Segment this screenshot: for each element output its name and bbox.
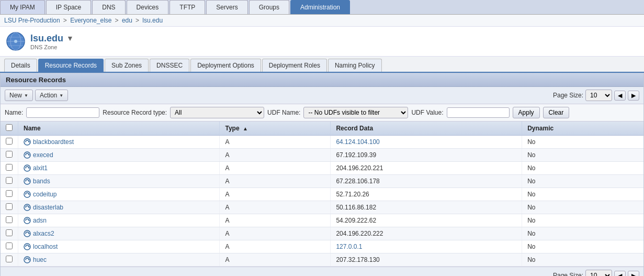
row-checkbox-cell — [1, 136, 18, 149]
filter-udf-value-input[interactable] — [447, 107, 510, 118]
row-checkbox[interactable] — [6, 242, 13, 249]
nav-devices[interactable]: Devices — [127, 0, 169, 14]
breadcrumb-everyone-else[interactable]: Everyone_else — [70, 17, 111, 24]
table-row: execedA67.192.109.39No — [1, 149, 643, 162]
new-button[interactable]: New ▼ — [5, 90, 33, 101]
nav-tftp[interactable]: TFTP — [170, 0, 205, 14]
tab-deployment-options[interactable]: Deployment Options — [190, 59, 261, 72]
row-checkbox[interactable] — [6, 138, 13, 145]
bottom-page-size-label: Page Size: — [553, 272, 583, 276]
row-checkbox-cell — [1, 227, 18, 240]
tab-details[interactable]: Details — [4, 59, 37, 72]
row-record-data-cell: 207.32.178.130 — [331, 253, 522, 267]
row-checkbox[interactable] — [6, 177, 13, 184]
filter-udf-name-select[interactable]: -- No UDFs visible to filter — [303, 107, 408, 118]
select-all-checkbox[interactable] — [6, 124, 13, 131]
row-dynamic-cell: No — [522, 175, 643, 188]
row-name-link[interactable]: blackboardtest — [33, 138, 74, 146]
row-checkbox[interactable] — [6, 164, 13, 171]
bottom-next-page-button[interactable]: ▶ — [628, 271, 639, 277]
row-name-link[interactable]: huec — [33, 256, 47, 263]
row-name-link[interactable]: codeitup — [33, 191, 57, 198]
records-table: Name Type ▲ Record Data Dynamic blackboa… — [1, 122, 643, 267]
bottom-page-size-select[interactable]: 10 25 50 100 — [585, 270, 612, 276]
toolbar-right: Page Size: 10 25 50 100 ◀ ▶ — [553, 90, 639, 101]
row-checkbox[interactable] — [6, 256, 13, 262]
row-name-link[interactable]: localhost — [33, 243, 58, 250]
filter-record-type-select[interactable]: All A AAAA CNAME MX NS PTR SOA SRV TXT — [170, 107, 264, 118]
nav-servers[interactable]: Servers — [206, 0, 247, 14]
bottom-prev-page-button[interactable]: ◀ — [614, 271, 626, 277]
breadcrumb-edu[interactable]: edu — [122, 17, 132, 24]
table-row: huecA207.32.178.130No — [1, 253, 643, 267]
row-name-cell: codeitup — [18, 188, 220, 201]
row-checkbox-cell — [1, 188, 18, 201]
row-record-data-cell: 54.209.222.62 — [331, 214, 522, 227]
tab-deployment-roles[interactable]: Deployment Roles — [262, 59, 327, 72]
col-dynamic[interactable]: Dynamic — [522, 122, 643, 136]
record-refresh-icon — [24, 138, 31, 146]
row-name-cell: huec — [18, 253, 220, 267]
page-size-label: Page Size: — [553, 92, 583, 99]
row-name-link[interactable]: bands — [33, 178, 50, 185]
zone-header: lsu.edu ▼ DNS Zone — [0, 27, 644, 57]
row-type-cell: A — [220, 227, 331, 240]
row-ip-link[interactable]: 64.124.104.100 — [336, 138, 379, 146]
row-checkbox-cell — [1, 201, 18, 214]
next-page-button[interactable]: ▶ — [628, 91, 639, 101]
breadcrumb: LSU Pre-Production > Everyone_else > edu… — [0, 15, 644, 27]
row-name-cell: adsn — [18, 214, 220, 227]
toolbar: New ▼ Action ▼ Page Size: 10 25 50 100 ◀… — [1, 87, 643, 104]
table-row: blackboardtestA64.124.104.100No — [1, 136, 643, 149]
filter-name-label: Name: — [5, 109, 23, 116]
page-size-select[interactable]: 10 25 50 100 — [585, 90, 612, 101]
row-checkbox-cell — [1, 162, 18, 175]
nav-my-ipam[interactable]: My IPAM — [0, 0, 45, 14]
apply-filter-button[interactable]: Apply — [513, 107, 540, 118]
nav-dns[interactable]: DNS — [92, 0, 125, 14]
nav-administration[interactable]: Administration — [290, 0, 350, 14]
row-dynamic-cell: No — [522, 214, 643, 227]
table-row: disasterlabA50.116.86.182No — [1, 201, 643, 214]
row-name-link[interactable]: alxit1 — [33, 164, 48, 172]
table-row: bandsA67.228.106.178No — [1, 175, 643, 188]
row-checkbox[interactable] — [6, 151, 13, 158]
row-checkbox[interactable] — [6, 216, 13, 223]
record-refresh-icon — [24, 204, 31, 211]
col-type[interactable]: Type ▲ — [220, 122, 331, 136]
table-row: codeitupA52.71.20.26No — [1, 188, 643, 201]
breadcrumb-lsu-edu[interactable]: lsu.edu — [142, 17, 163, 24]
zone-info: lsu.edu ▼ DNS Zone — [30, 33, 74, 50]
row-dynamic-cell: No — [522, 227, 643, 240]
col-checkbox — [1, 122, 18, 136]
row-name-link[interactable]: alxacs2 — [33, 230, 54, 237]
row-name-cell: execed — [18, 149, 220, 162]
col-record-data[interactable]: Record Data — [331, 122, 522, 136]
action-button[interactable]: Action ▼ — [35, 90, 68, 101]
row-checkbox[interactable] — [6, 190, 13, 197]
zone-chevron-icon[interactable]: ▼ — [66, 34, 74, 42]
tab-resource-records[interactable]: Resource Records — [38, 59, 104, 72]
record-refresh-icon — [24, 151, 31, 159]
row-type-cell: A — [220, 149, 331, 162]
clear-filter-button[interactable]: Clear — [543, 107, 570, 118]
bottom-toolbar: Page Size: 10 25 50 100 ◀ ▶ — [1, 267, 643, 276]
tab-dnssec[interactable]: DNSSEC — [150, 59, 189, 72]
filter-row: Name: Resource Record type: All A AAAA C… — [1, 104, 643, 122]
row-checkbox[interactable] — [6, 229, 13, 236]
filter-name-input[interactable] — [26, 107, 99, 118]
tab-sub-zones[interactable]: Sub Zones — [105, 59, 149, 72]
section-header: Resource Records — [1, 73, 643, 87]
breadcrumb-lsu-pre-production[interactable]: LSU Pre-Production — [4, 17, 60, 24]
row-dynamic-cell: No — [522, 188, 643, 201]
col-name[interactable]: Name — [18, 122, 220, 136]
row-name-link[interactable]: adsn — [33, 217, 47, 224]
row-checkbox[interactable] — [6, 203, 13, 210]
nav-groups[interactable]: Groups — [249, 0, 289, 14]
row-ip-link[interactable]: 127.0.0.1 — [336, 243, 362, 250]
tab-naming-policy[interactable]: Naming Policy — [328, 59, 382, 72]
row-name-link[interactable]: disasterlab — [33, 204, 63, 211]
nav-ip-space[interactable]: IP Space — [46, 0, 91, 14]
row-name-link[interactable]: execed — [33, 151, 53, 159]
prev-page-button[interactable]: ◀ — [614, 91, 626, 101]
